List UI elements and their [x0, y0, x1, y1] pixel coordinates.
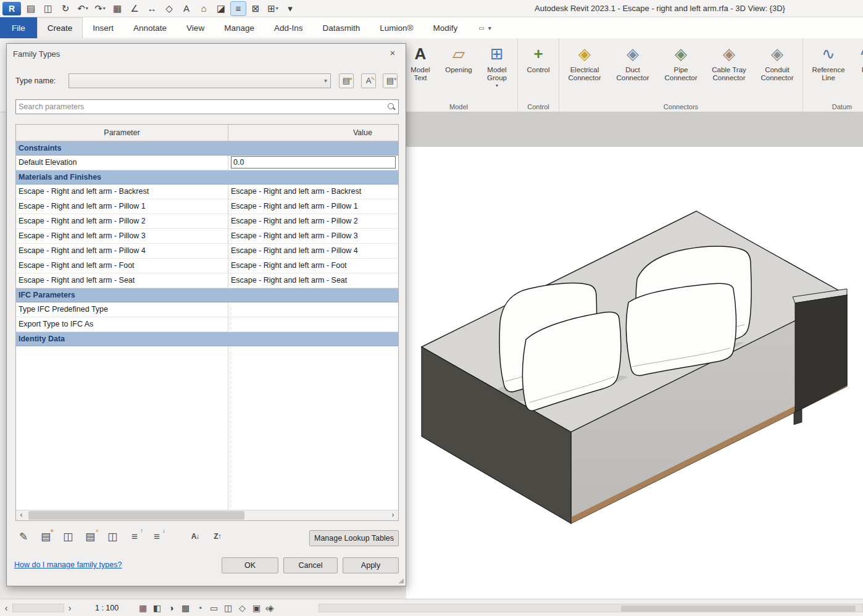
temporary-hide-isolate-icon[interactable]: ▣: [251, 602, 262, 614]
value-cell[interactable]: Escape - Right and left arm - Foot: [228, 259, 398, 273]
value-cell[interactable]: [228, 317, 398, 331]
apply-button[interactable]: Apply: [343, 557, 399, 573]
move-parameter-up-icon[interactable]: ≡↑: [127, 529, 143, 545]
new-type-button[interactable]: ▤ ✶: [339, 73, 354, 88]
value-cell[interactable]: Escape - Right and left arm - Pillow 3: [228, 229, 398, 243]
switch-windows-icon[interactable]: ⊞▾: [265, 2, 280, 15]
table-row[interactable]: Escape - Right and left arm - Seat Escap…: [16, 273, 398, 288]
open-icon[interactable]: ▤: [23, 2, 38, 15]
show-crop-region-icon[interactable]: ◫: [222, 602, 234, 614]
detail-level-icon[interactable]: ▦: [137, 602, 149, 614]
parameter-cell[interactable]: Type IFC Predefined Type: [16, 302, 228, 317]
parameter-cell[interactable]: Default Elevation: [16, 156, 228, 170]
default-3d-view-icon[interactable]: ⌂: [196, 2, 211, 15]
default-elevation-input[interactable]: [231, 156, 396, 169]
value-cell[interactable]: Escape - Right and left arm - Seat: [228, 273, 398, 288]
table-row[interactable]: Escape - Right and left arm - Foot Escap…: [16, 259, 398, 273]
parameter-cell[interactable]: Escape - Right and left arm - Seat: [16, 273, 228, 288]
ok-button[interactable]: OK: [222, 557, 278, 573]
measure-icon[interactable]: ∠: [127, 2, 142, 15]
tab-modify[interactable]: Modify: [423, 17, 467, 38]
sort-ascending-icon[interactable]: A↓: [187, 529, 203, 545]
table-row[interactable]: Export Type to IFC As: [16, 317, 398, 332]
edit-parameter-icon[interactable]: ✎: [15, 529, 31, 545]
scroll-left-icon[interactable]: ‹: [16, 510, 27, 520]
ribbon-button-clipped[interactable]: ∿ Re: [853, 40, 863, 100]
parameter-cell[interactable]: Escape - Right and left arm - Backrest: [16, 185, 228, 199]
table-horizontal-scrollbar[interactable]: ‹ ›: [16, 510, 398, 520]
new-parameter-icon[interactable]: ▤✶: [38, 529, 54, 545]
ribbon-display-cycle-icon[interactable]: ▭: [478, 25, 484, 31]
resize-grip[interactable]: ◢: [399, 576, 404, 585]
rendering-icon[interactable]: ◔: [194, 602, 206, 614]
thin-lines-icon[interactable]: ≡: [231, 2, 246, 15]
value-cell[interactable]: Escape - Right and left arm - Backrest: [228, 185, 398, 199]
cancel-button[interactable]: Cancel: [283, 557, 338, 573]
ribbon-button-model-group[interactable]: ⊞ Model Group ▾: [478, 40, 516, 100]
section-icon[interactable]: ◪: [214, 2, 228, 15]
parameter-cell[interactable]: Escape - Right and left arm - Pillow 2: [16, 214, 228, 228]
ribbon-button-model-text[interactable]: A Model Text: [401, 40, 440, 100]
parameter-cell[interactable]: Escape - Right and left arm - Pillow 3: [16, 229, 228, 243]
value-cell[interactable]: [228, 156, 398, 170]
parameter-cell[interactable]: Export Type to IFC As: [16, 317, 228, 331]
scale-button[interactable]: 1 : 100: [91, 602, 122, 614]
customize-qat-icon[interactable]: ▾: [283, 2, 298, 15]
browser-scroll-right-icon[interactable]: ›: [65, 602, 75, 614]
redo-icon[interactable]: ↷▾: [93, 2, 107, 15]
ribbon-display-menu-icon[interactable]: ▾: [488, 25, 491, 31]
parameter-column-header[interactable]: Parameter: [16, 125, 228, 141]
tab-insert[interactable]: Insert: [83, 17, 123, 38]
close-icon[interactable]: ×: [386, 48, 399, 60]
tag-icon[interactable]: ◇: [162, 2, 177, 15]
crop-view-icon[interactable]: ▭: [208, 602, 220, 614]
canvas-scrollbar-thumb[interactable]: [621, 606, 856, 612]
duplicate-parameter-icon[interactable]: ◫: [60, 529, 76, 545]
visual-style-icon[interactable]: ◧: [151, 602, 163, 614]
ribbon-button-control[interactable]: + Control: [519, 40, 557, 100]
tab-create[interactable]: Create: [37, 17, 83, 38]
copy-parameter-icon[interactable]: ◫: [104, 529, 120, 545]
table-row[interactable]: Escape - Right and left arm - Backrest E…: [16, 185, 398, 199]
undo-caret-icon[interactable]: ▾: [86, 6, 88, 11]
ribbon-button-conduit-connector[interactable]: ◈ Conduit Connector: [753, 40, 801, 100]
tab-annotate[interactable]: Annotate: [123, 17, 177, 38]
value-cell[interactable]: Escape - Right and left arm - Pillow 1: [228, 199, 398, 214]
sun-path-icon[interactable]: ◑: [165, 602, 177, 614]
close-hidden-windows-icon[interactable]: ⊠: [248, 2, 263, 15]
canvas-horizontal-scrollbar[interactable]: [319, 604, 863, 612]
delete-parameter-icon[interactable]: ▤×: [82, 529, 98, 545]
viewbar-collapse-icon[interactable]: ‹: [262, 602, 272, 614]
tab-lumion[interactable]: Lumion®: [370, 17, 423, 38]
ribbon-button-reference-line[interactable]: ∿ Reference Line: [804, 40, 853, 100]
move-parameter-down-icon[interactable]: ≡↓: [149, 529, 165, 545]
scroll-right-icon[interactable]: ›: [388, 510, 398, 520]
tab-add-ins[interactable]: Add-Ins: [264, 17, 313, 38]
value-column-header[interactable]: Value: [228, 125, 398, 141]
text-icon[interactable]: A: [179, 2, 194, 15]
undo-icon[interactable]: ↶▾: [75, 2, 90, 15]
search-parameters-input[interactable]: [19, 101, 383, 113]
ribbon-button-opening[interactable]: ▱ Opening: [440, 40, 478, 100]
manage-lookup-tables-button[interactable]: Manage Lookup Tables: [309, 530, 399, 546]
tab-datasmith[interactable]: Datasmith: [312, 17, 370, 38]
print-icon[interactable]: ▦: [110, 2, 125, 15]
ribbon-button-pipe-connector[interactable]: ◈ Pipe Connector: [657, 40, 705, 100]
table-row[interactable]: Escape - Right and left arm - Pillow 4 E…: [16, 244, 398, 259]
sync-icon[interactable]: ↻: [58, 2, 73, 15]
help-link[interactable]: How do I manage family types?: [14, 560, 122, 569]
value-cell[interactable]: [228, 302, 398, 317]
tab-manage[interactable]: Manage: [214, 17, 264, 38]
value-cell[interactable]: Escape - Right and left arm - Pillow 4: [228, 244, 398, 258]
scrollbar-thumb[interactable]: [28, 511, 244, 520]
browser-scrollbar[interactable]: [12, 604, 64, 612]
table-row[interactable]: Escape - Right and left arm - Pillow 2 E…: [16, 214, 398, 229]
ribbon-button-electrical-connector[interactable]: ◈ Electrical Connector: [561, 40, 609, 100]
redo-caret-icon[interactable]: ▾: [103, 6, 106, 11]
shadows-icon[interactable]: ▩: [180, 602, 191, 614]
tab-file[interactable]: File: [0, 17, 37, 38]
parameter-cell[interactable]: Escape - Right and left arm - Foot: [16, 259, 228, 273]
browser-scroll-left-icon[interactable]: ‹: [1, 602, 11, 614]
sort-descending-icon[interactable]: Z↑: [209, 529, 225, 545]
revit-logo-icon[interactable]: R: [2, 2, 21, 15]
